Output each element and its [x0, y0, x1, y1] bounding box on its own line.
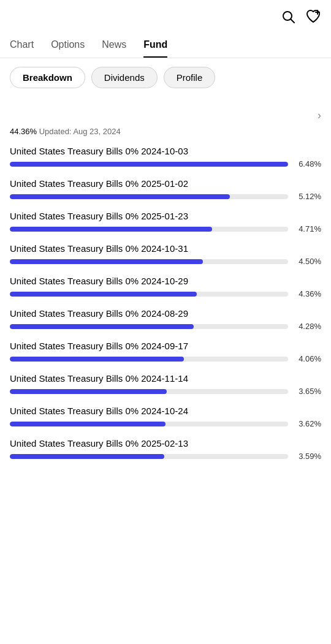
holding-bar-fill	[10, 389, 167, 394]
holding-bar-fill	[10, 357, 184, 362]
holding-bar-track	[10, 292, 288, 297]
holding-bar-row: 4.28%	[10, 322, 321, 331]
holding-bar-fill	[10, 292, 197, 297]
holdings-header: ›	[0, 97, 331, 127]
holding-bar-row: 6.48%	[10, 159, 321, 169]
holding-pct: 3.62%	[294, 419, 321, 428]
holding-name: United States Treasury Bills 0% 2024-10-…	[10, 243, 321, 254]
holding-item: United States Treasury Bills 0% 2024-09-…	[10, 341, 321, 363]
holding-pct: 4.28%	[294, 322, 321, 331]
holding-bar-row: 4.71%	[10, 224, 321, 233]
header	[0, 0, 331, 33]
holding-list: United States Treasury Bills 0% 2024-10-…	[0, 146, 331, 461]
chevron-right-icon[interactable]: ›	[318, 109, 321, 122]
holding-bar-row: 3.65%	[10, 387, 321, 396]
sub-tab-breakdown[interactable]: Breakdown	[10, 67, 85, 88]
holding-bar-row: 3.59%	[10, 452, 321, 461]
search-icon[interactable]	[281, 9, 295, 28]
holding-item: United States Treasury Bills 0% 2024-10-…	[10, 146, 321, 169]
top-holdings-pct: 44.36%	[10, 127, 37, 136]
holding-name: United States Treasury Bills 0% 2025-01-…	[10, 211, 321, 221]
holding-bar-track	[10, 227, 288, 232]
holding-bar-fill	[10, 227, 212, 232]
holding-item: United States Treasury Bills 0% 2025-01-…	[10, 178, 321, 201]
holding-bar-track	[10, 259, 288, 264]
sub-tabs: Breakdown Dividends Profile	[0, 58, 331, 97]
tab-news[interactable]: News	[102, 33, 126, 58]
holding-name: United States Treasury Bills 0% 2024-11-…	[10, 373, 321, 384]
holding-item: United States Treasury Bills 0% 2024-10-…	[10, 406, 321, 428]
holding-item: United States Treasury Bills 0% 2024-10-…	[10, 243, 321, 266]
holding-pct: 3.65%	[294, 387, 321, 396]
holding-name: United States Treasury Bills 0% 2024-09-…	[10, 341, 321, 351]
holding-name: United States Treasury Bills 0% 2025-01-…	[10, 178, 321, 189]
holding-pct: 4.50%	[294, 257, 321, 266]
tab-fund[interactable]: Fund	[143, 33, 167, 58]
holding-item: United States Treasury Bills 0% 2024-11-…	[10, 373, 321, 396]
holding-bar-row: 4.06%	[10, 354, 321, 363]
holding-bar-track	[10, 357, 288, 362]
holding-pct: 4.36%	[294, 289, 321, 298]
sub-tab-dividends[interactable]: Dividends	[91, 67, 158, 88]
holding-bar-track	[10, 422, 288, 426]
holding-bar-track	[10, 194, 288, 199]
holding-bar-track	[10, 162, 288, 167]
holding-name: United States Treasury Bills 0% 2025-02-…	[10, 438, 321, 449]
holding-pct: 4.06%	[294, 354, 321, 363]
holding-bar-row: 4.50%	[10, 257, 321, 266]
holding-pct: 4.71%	[294, 224, 321, 233]
updated-label: Updated: Aug 23, 2024	[39, 127, 121, 136]
holding-bar-fill	[10, 454, 164, 459]
holding-name: United States Treasury Bills 0% 2024-10-…	[10, 146, 321, 156]
holding-bar-row: 3.62%	[10, 419, 321, 428]
holding-name: United States Treasury Bills 0% 2024-08-…	[10, 308, 321, 319]
holding-bar-fill	[10, 162, 288, 167]
holding-item: United States Treasury Bills 0% 2024-08-…	[10, 308, 321, 331]
holding-bar-fill	[10, 259, 203, 264]
watchlist-icon[interactable]	[305, 9, 321, 28]
holding-bar-fill	[10, 194, 230, 199]
tab-chart[interactable]: Chart	[10, 33, 34, 58]
sub-tab-profile[interactable]: Profile	[164, 67, 216, 88]
holding-bar-fill	[10, 422, 166, 426]
tab-options[interactable]: Options	[51, 33, 85, 58]
holding-bar-track	[10, 389, 288, 394]
header-icons	[281, 9, 321, 28]
holding-item: United States Treasury Bills 0% 2025-02-…	[10, 438, 321, 461]
holding-name: United States Treasury Bills 0% 2024-10-…	[10, 406, 321, 416]
holding-item: United States Treasury Bills 0% 2024-10-…	[10, 276, 321, 298]
holding-bar-row: 4.36%	[10, 289, 321, 298]
holding-name: United States Treasury Bills 0% 2024-10-…	[10, 276, 321, 286]
nav-tabs: Chart Options News Fund	[0, 33, 331, 58]
holding-pct: 6.48%	[294, 159, 321, 169]
holding-bar-fill	[10, 324, 194, 329]
holdings-meta: 44.36% Updated: Aug 23, 2024	[0, 127, 331, 146]
holding-bar-track	[10, 324, 288, 329]
holding-bar-row: 5.12%	[10, 192, 321, 201]
holding-item: United States Treasury Bills 0% 2025-01-…	[10, 211, 321, 233]
svg-line-1	[291, 20, 295, 23]
holding-pct: 3.59%	[294, 452, 321, 461]
holding-pct: 5.12%	[294, 192, 321, 201]
holding-bar-track	[10, 454, 288, 459]
